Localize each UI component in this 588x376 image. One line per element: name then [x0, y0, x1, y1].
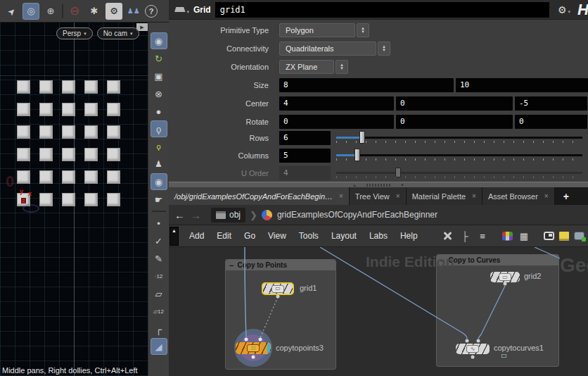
size-x-input[interactable]: 8 — [279, 78, 454, 92]
menu-tools[interactable]: Tools — [293, 231, 325, 241]
divider-down-icon[interactable]: ▼ — [400, 183, 404, 187]
lock-icon[interactable]: ▣ — [151, 68, 167, 84]
gear-icon[interactable]: ⚙ — [558, 4, 567, 15]
columns-slider-handle[interactable] — [354, 149, 360, 161]
spinner-down-icon[interactable]: ▼ — [361, 30, 365, 34]
close-icon[interactable]: × — [544, 192, 549, 200]
settings-gear-icon[interactable]: ⚙ — [106, 3, 122, 20]
primitive-type-select[interactable]: Polygon — [279, 23, 355, 37]
rotate-x-input[interactable]: 0 — [279, 115, 394, 129]
orientation-select[interactable]: ZX Plane — [279, 60, 334, 74]
chevron-down-icon[interactable]: ▾ — [187, 9, 190, 15]
node-copytocurves1[interactable]: ∿ — [456, 344, 490, 354]
select-visible-icon[interactable]: ↻ — [151, 50, 167, 67]
divider-up-icon[interactable]: ▲ — [352, 183, 357, 187]
add-image-icon[interactable] — [574, 232, 584, 240]
pane-divider[interactable]: ▲ ▼ — [169, 182, 588, 187]
tab-network-path[interactable]: /obj/gridExamplesOfCopyAndForEachBegin… … — [169, 187, 350, 205]
windows-layout-icon[interactable] — [544, 232, 554, 240]
spinner-control[interactable]: ▲ ▼ — [378, 42, 390, 56]
material-sphere-icon[interactable]: ● — [151, 103, 167, 120]
rotate-z-input[interactable]: 0 — [515, 115, 587, 129]
menu-add[interactable]: Add — [183, 231, 210, 241]
divider-grip[interactable] — [366, 184, 390, 187]
show-profiles-icon[interactable]: ┌ — [151, 320, 167, 337]
render-flag-icon[interactable]: ⊖ — [66, 3, 83, 20]
snap-icon[interactable]: ✱ — [86, 3, 103, 20]
breadcrumb-root-chip[interactable]: obj — [211, 208, 245, 223]
show-pins-icon[interactable]: ✎ — [151, 250, 167, 267]
spinner-down-icon[interactable]: ▼ — [340, 67, 344, 70]
close-icon[interactable]: × — [396, 192, 400, 200]
rotate-y-input[interactable]: 0 — [396, 115, 513, 129]
view-gizmo-icon[interactable]: ◢ — [151, 338, 167, 355]
network-editor[interactable]: − Copy to Points − Copy to Curves — [169, 247, 588, 376]
node-name-input[interactable]: grid1 — [215, 2, 549, 18]
collapse-icon[interactable]: − — [440, 257, 445, 264]
tab-tree-view[interactable]: Tree View × — [350, 187, 407, 205]
grid-layout-icon[interactable]: ▦ — [518, 230, 530, 242]
headlight-icon[interactable]: ϙ — [151, 120, 167, 137]
menu-labs[interactable]: Labs — [363, 231, 394, 241]
menu-help[interactable]: Help — [394, 231, 424, 241]
chevron-down-icon[interactable]: ▾ — [568, 9, 571, 15]
point-numbers-icon[interactable]: ·12 — [151, 268, 167, 284]
zoom-tool-icon[interactable]: ⊕ — [42, 3, 59, 20]
add-tab-button[interactable]: + — [555, 187, 577, 205]
node-copytopoints3[interactable]: ⊡ — [236, 342, 271, 354]
node-grid1[interactable]: ▭ — [262, 282, 294, 295]
help-icon[interactable]: ? — [145, 5, 158, 18]
add-camera-icon[interactable]: ♟ — [151, 156, 167, 173]
menu-layout[interactable]: Layout — [325, 231, 363, 241]
center-z-input[interactable]: -5 — [515, 96, 587, 111]
node-grid2[interactable]: ▭ — [490, 272, 520, 282]
tab-asset-browser[interactable]: Asset Browser × — [482, 187, 555, 205]
rows-slider-handle[interactable] — [359, 131, 365, 144]
close-icon[interactable]: × — [472, 192, 476, 200]
spinner-control[interactable]: ▲ ▼ — [357, 23, 369, 37]
tab-material-palette[interactable]: Material Palette × — [407, 187, 482, 205]
network-box-header[interactable]: − Copy to Curves — [437, 255, 558, 265]
list-view-icon[interactable]: ≡ — [476, 230, 489, 242]
spinner-control[interactable]: ▲ ▼ — [335, 60, 348, 74]
collapse-icon[interactable]: − — [229, 262, 234, 269]
sync-cameras-icon[interactable]: ♟♟ — [125, 3, 142, 20]
back-arrow-icon[interactable]: ← — [174, 209, 185, 221]
menu-view[interactable]: View — [262, 231, 293, 241]
size-y-input[interactable]: 10 — [456, 78, 588, 92]
forward-arrow-icon[interactable]: → — [191, 209, 201, 221]
connectivity-select[interactable]: Quadrilaterals — [279, 42, 376, 56]
view-tool-icon[interactable]: ◎ — [23, 3, 39, 20]
pose-tool-icon[interactable]: ☛ — [151, 191, 167, 208]
tools-icon[interactable] — [441, 230, 454, 242]
snapshot-icon[interactable]: ◉ — [151, 173, 167, 190]
color-palette-icon[interactable] — [502, 232, 513, 241]
disable-lighting-icon[interactable]: ⊗ — [151, 85, 167, 102]
close-icon[interactable]: × — [339, 192, 343, 200]
breadcrumb-node-name[interactable]: gridExamplesOfCopyAndForEachBeginner — [277, 210, 437, 220]
columns-input[interactable]: 5 — [279, 149, 331, 163]
add-light-icon[interactable]: ϙ — [151, 138, 167, 155]
network-box-header[interactable]: − Copy to Points — [226, 260, 335, 270]
pane-scroll-widget[interactable]: ▲ — [170, 227, 179, 246]
camera-select-menu[interactable]: No cam ▾ — [97, 27, 139, 39]
select-tool-icon[interactable]: ➤ — [0, 0, 23, 23]
show-prims-icon[interactable]: ▱ — [151, 285, 167, 302]
sticky-note-icon[interactable] — [559, 232, 569, 241]
prim-numbers-icon[interactable]: ▱12 — [151, 303, 167, 320]
tree-view-icon[interactable]: ├ — [459, 230, 471, 242]
rows-slider[interactable] — [336, 131, 582, 145]
display-flag[interactable] — [267, 343, 270, 353]
columns-slider[interactable] — [336, 149, 582, 163]
menu-edit[interactable]: Edit — [210, 231, 238, 241]
center-x-input[interactable]: 4 — [279, 96, 394, 111]
show-normals-icon[interactable]: ✓ — [151, 232, 167, 249]
camera-persp-menu[interactable]: Persp ▾ — [56, 27, 93, 39]
center-y-input[interactable]: 0 — [396, 96, 513, 111]
scene-viewport[interactable]: ▶ Persp ▾ No cam ▾ 0 y x z Middle pans, … — [0, 23, 148, 376]
menu-go[interactable]: Go — [238, 231, 262, 241]
rows-input[interactable]: 6 — [279, 131, 331, 145]
spinner-down-icon[interactable]: ▼ — [382, 49, 386, 52]
show-points-icon[interactable]: • — [151, 215, 167, 232]
visibility-eye-icon[interactable]: ◉ — [151, 32, 167, 49]
